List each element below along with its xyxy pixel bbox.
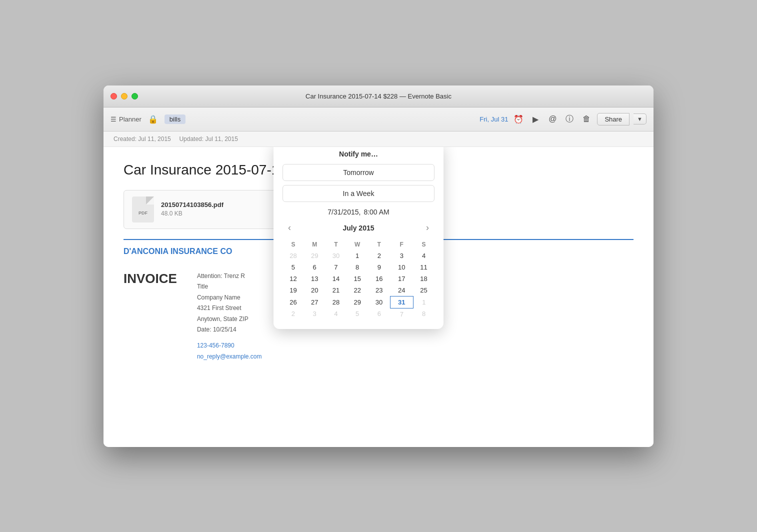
planner-label: Planner xyxy=(119,116,142,123)
address: 4321 First Street xyxy=(197,304,242,312)
email-link[interactable]: no_reply@example.com xyxy=(197,352,262,362)
calendar-day[interactable]: 13 xyxy=(304,273,326,284)
calendar-grid: SMTWTFS 28293012345678910111213141516171… xyxy=(282,239,434,320)
attachment-box[interactable]: PDF 20150714103856.pdf 48.0 KB xyxy=(124,190,284,229)
calendar-day: 7 xyxy=(390,308,413,320)
calendar-day[interactable]: 19 xyxy=(282,284,304,296)
calendar-day: 28 xyxy=(282,250,304,262)
contact-links: 123-456-7890 no_reply@example.com xyxy=(197,340,262,362)
calendar-day[interactable]: 29 xyxy=(346,296,368,308)
calendar-day[interactable]: 26 xyxy=(282,296,304,308)
invoice-details: Attention: Trenz R Title Company Name 43… xyxy=(197,271,262,336)
time-value: 8:00 AM xyxy=(364,208,389,216)
calendar-week-row: 19202122232425 xyxy=(282,284,434,296)
tomorrow-button[interactable]: Tomorrow xyxy=(282,164,434,181)
toolbar-left: ☰ Planner 🔒 bills xyxy=(110,112,186,126)
date-button[interactable]: Fri, Jul 31 xyxy=(480,116,508,123)
calendar-day[interactable]: 12 xyxy=(282,273,304,284)
close-button[interactable] xyxy=(110,93,117,100)
calendar-body: 2829301234567891011121314151617181920212… xyxy=(282,250,434,320)
toolbar: ☰ Planner 🔒 bills Fri, Jul 31 ⏰ ▶ @ ⓘ 🗑 … xyxy=(104,108,654,132)
alarm-icon[interactable]: ⏰ xyxy=(512,112,525,126)
calendar-day: 8 xyxy=(413,308,434,320)
calendar-day[interactable]: 27 xyxy=(304,296,326,308)
calendar-day[interactable]: 1 xyxy=(346,250,368,262)
invoice-label: INVOICE xyxy=(124,271,177,362)
calendar-week-row: 2627282930311 xyxy=(282,296,434,308)
updated-date: Updated: Jul 11, 2015 xyxy=(179,136,238,142)
present-icon[interactable]: ▶ xyxy=(529,112,542,126)
calendar-day[interactable]: 10 xyxy=(390,262,413,273)
calendar-day[interactable]: 8 xyxy=(346,262,368,273)
titlebar: Car Insurance 2015-07-14 $228 — Evernote… xyxy=(104,86,654,108)
calendar-day: 6 xyxy=(368,308,390,320)
title-line: Title xyxy=(197,283,208,290)
cal-day-header: F xyxy=(390,239,413,250)
calendar-day[interactable]: 2 xyxy=(368,250,390,262)
calendar-day[interactable]: 17 xyxy=(390,273,413,284)
city: Anytown, State ZIP xyxy=(197,316,248,322)
company-line: Company Name xyxy=(197,294,240,301)
popup-inner: Notify me… Tomorrow In a Week 7/31/2015,… xyxy=(274,147,444,329)
prev-month-button[interactable]: ‹ xyxy=(282,221,296,235)
calendar-day[interactable]: 18 xyxy=(413,273,434,284)
calendar-day[interactable]: 21 xyxy=(326,284,347,296)
invoice-date: Date: 10/25/14 xyxy=(197,326,236,333)
calendar-day[interactable]: 20 xyxy=(304,284,326,296)
attachment-info: 20150714103856.pdf 48.0 KB xyxy=(161,201,224,218)
calendar-day: 3 xyxy=(304,308,326,320)
calendar-day[interactable]: 9 xyxy=(368,262,390,273)
popup-title: Notify me… xyxy=(282,150,434,158)
planner-button[interactable]: ☰ Planner xyxy=(110,116,142,123)
calendar-day[interactable]: 3 xyxy=(390,250,413,262)
calendar-day: 4 xyxy=(326,308,347,320)
calendar-day[interactable]: 22 xyxy=(346,284,368,296)
in-a-week-button[interactable]: In a Week xyxy=(282,185,434,202)
calendar-day[interactable]: 25 xyxy=(413,284,434,296)
minimize-button[interactable] xyxy=(121,93,128,100)
info-icon[interactable]: ⓘ xyxy=(563,112,576,126)
calendar-week-row: 567891011 xyxy=(282,262,434,273)
calendar-day: 1 xyxy=(413,296,434,308)
calendar-header-row: SMTWTFS xyxy=(282,239,434,250)
window-title: Car Insurance 2015-07-14 $228 — Evernote… xyxy=(306,92,452,100)
calendar-day: 5 xyxy=(346,308,368,320)
cal-day-header: T xyxy=(368,239,390,250)
meta-bar: Created: Jul 11, 2015 Updated: Jul 11, 2… xyxy=(104,132,654,147)
calendar-day[interactable]: 16 xyxy=(368,273,390,284)
calendar-week-row: 2345678 xyxy=(282,308,434,320)
pdf-icon: PDF xyxy=(132,196,154,222)
share-button[interactable]: Share xyxy=(597,113,630,126)
toolbar-right: Fri, Jul 31 ⏰ ▶ @ ⓘ 🗑 Share ▼ xyxy=(480,112,646,126)
calendar-day[interactable]: 30 xyxy=(368,296,390,308)
next-month-button[interactable]: › xyxy=(420,221,434,235)
share-dropdown-button[interactable]: ▼ xyxy=(634,114,646,124)
window-controls xyxy=(110,93,138,100)
cal-day-header: S xyxy=(282,239,304,250)
calendar-day[interactable]: 24 xyxy=(390,284,413,296)
lock-icon[interactable]: 🔒 xyxy=(146,112,160,126)
calendar-day[interactable]: 23 xyxy=(368,284,390,296)
calendar-day[interactable]: 5 xyxy=(282,262,304,273)
notify-popup: Notify me… Tomorrow In a Week 7/31/2015,… xyxy=(274,147,444,329)
maximize-button[interactable] xyxy=(132,93,138,100)
calendar-day[interactable]: 28 xyxy=(326,296,347,308)
phone-link[interactable]: 123-456-7890 xyxy=(197,340,262,352)
calendar-day[interactable]: 4 xyxy=(413,250,434,262)
calendar-day[interactable]: 7 xyxy=(326,262,347,273)
calendar-day[interactable]: 15 xyxy=(346,273,368,284)
calendar-day[interactable]: 11 xyxy=(413,262,434,273)
trash-icon[interactable]: 🗑 xyxy=(580,112,593,126)
attachment-size: 48.0 KB xyxy=(161,210,182,217)
calendar-day[interactable]: 14 xyxy=(326,273,347,284)
calendar-day[interactable]: 6 xyxy=(304,262,326,273)
created-date: Created: Jul 11, 2015 xyxy=(114,136,171,142)
notebook-tag[interactable]: bills xyxy=(164,114,186,124)
calendar-day: 2 xyxy=(282,308,304,320)
content-area: Car Insurance 2015-07-14 PDF 20150714103… xyxy=(104,147,654,447)
cal-day-header: T xyxy=(326,239,347,250)
calendar-month: July 2015 xyxy=(342,224,374,232)
calendar-day[interactable]: 31 xyxy=(390,296,413,308)
at-icon[interactable]: @ xyxy=(546,112,559,126)
calendar-day: 30 xyxy=(326,250,347,262)
